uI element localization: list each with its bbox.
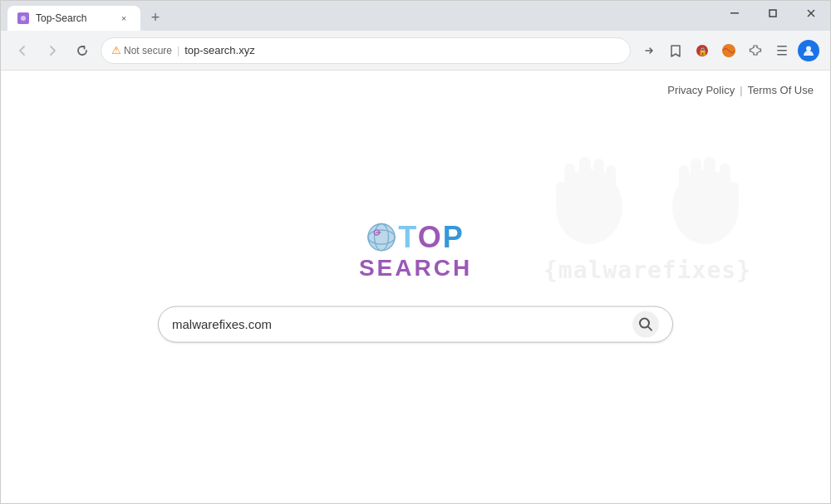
logo: www TOP SEARCH — [359, 219, 472, 281]
svg-line-34 — [648, 326, 652, 330]
tab-close-button[interactable]: × — [117, 12, 130, 25]
page-content: {malwarefixes} Privacy Policy | Terms Of… — [1, 71, 830, 503]
logo-letter-p: P — [443, 219, 465, 253]
svg-rect-25 — [729, 182, 739, 213]
profile-avatar — [798, 40, 819, 61]
address-input[interactable]: ⚠ Not secure | top-search.xyz — [101, 37, 631, 64]
svg-rect-18 — [606, 165, 616, 203]
center-content: www TOP SEARCH — [158, 219, 673, 342]
svg-rect-10 — [777, 46, 787, 47]
svg-point-1 — [21, 16, 26, 21]
svg-point-13 — [806, 46, 811, 51]
browser-menu-icon[interactable] — [770, 39, 794, 62]
warning-icon: ⚠ — [111, 44, 121, 56]
svg-text:🔒: 🔒 — [698, 46, 708, 56]
url-text: top-search.xyz — [184, 44, 620, 56]
svg-rect-3 — [770, 10, 776, 17]
browser-tab[interactable]: Top-Search × — [7, 6, 140, 31]
logo-bottom: SEARCH — [359, 254, 472, 281]
search-icon — [638, 316, 653, 331]
profile-button[interactable] — [797, 39, 820, 62]
logo-top: www TOP — [366, 219, 464, 254]
share-icon[interactable] — [637, 39, 661, 62]
logo-globe-icon: www — [366, 222, 396, 252]
close-window-button[interactable] — [792, 1, 830, 26]
title-bar: Top-Search × + — [1, 1, 830, 31]
search-box — [158, 306, 673, 342]
tab-title: Top-Search — [36, 12, 111, 24]
extensions-button[interactable] — [744, 39, 767, 62]
nav-separator: | — [740, 84, 742, 96]
terms-of-use-link[interactable]: Terms Of Use — [748, 84, 814, 96]
security-warning: ⚠ Not secure — [111, 44, 172, 56]
maximize-button[interactable] — [754, 1, 792, 26]
svg-rect-23 — [691, 159, 701, 202]
extension-icon-1[interactable]: 🔒 — [691, 39, 714, 62]
svg-rect-21 — [704, 157, 715, 203]
svg-text:www: www — [375, 231, 381, 234]
bookmark-icon[interactable] — [664, 39, 687, 62]
logo-letter-t: T — [398, 219, 417, 253]
refresh-button[interactable] — [71, 39, 94, 62]
top-nav: Privacy Policy | Terms Of Use — [667, 84, 814, 96]
svg-rect-12 — [777, 54, 787, 56]
privacy-policy-link[interactable]: Privacy Policy — [667, 84, 735, 96]
new-tab-button[interactable]: + — [144, 6, 167, 29]
logo-letter-o: O — [418, 219, 443, 253]
minimize-button[interactable] — [715, 1, 754, 26]
search-input[interactable] — [172, 317, 624, 331]
search-button[interactable] — [632, 311, 659, 337]
svg-rect-19 — [556, 182, 566, 213]
browser-frame: Top-Search × + ⚠ — [0, 0, 831, 504]
svg-rect-24 — [679, 165, 689, 203]
logo-top-text: TOP — [398, 219, 464, 254]
svg-rect-15 — [579, 157, 591, 203]
url-separator: | — [177, 45, 179, 56]
not-secure-label: Not secure — [124, 45, 172, 56]
window-controls — [715, 1, 830, 26]
back-button[interactable] — [11, 39, 34, 62]
toolbar-icons: 🔒 — [637, 39, 820, 62]
tab-favicon — [17, 12, 29, 24]
forward-button[interactable] — [41, 39, 64, 62]
svg-rect-17 — [593, 159, 604, 202]
svg-rect-2 — [730, 12, 739, 14]
svg-rect-11 — [777, 50, 787, 51]
address-bar: ⚠ Not secure | top-search.xyz 🔒 — [1, 31, 830, 71]
extension-icon-2[interactable] — [717, 39, 740, 62]
